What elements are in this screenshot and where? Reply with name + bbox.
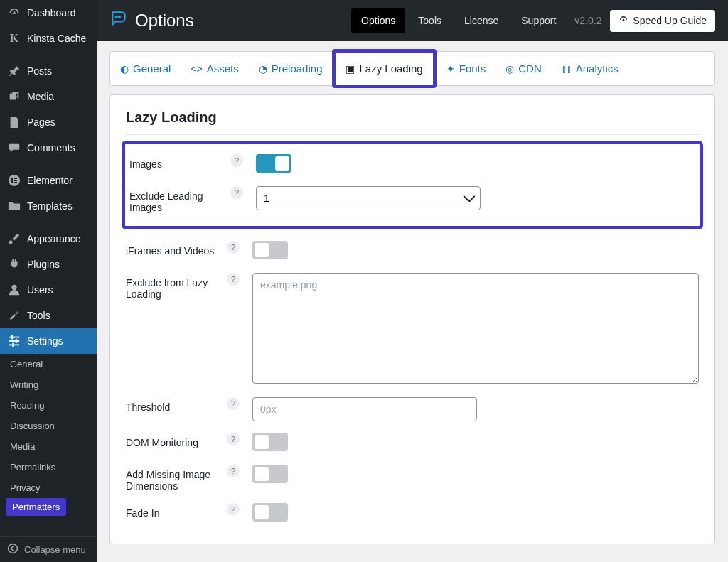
help-icon[interactable]: ? <box>230 186 243 199</box>
svg-point-0 <box>14 95 17 98</box>
tab-fonts[interactable]: ✦Fonts <box>437 52 496 85</box>
tab-label: Fonts <box>459 63 486 75</box>
sidebar-sub-perfmatters[interactable]: Perfmatters <box>6 498 66 516</box>
sidebar-item-settings[interactable]: Settings <box>0 328 97 354</box>
tab-analytics[interactable]: ⫿⫿Analytics <box>552 52 628 85</box>
tab-cdn[interactable]: ◎CDN <box>496 52 552 85</box>
tab-label: Preloading <box>272 63 323 75</box>
sidebar-item-pages[interactable]: Pages <box>0 109 97 135</box>
plugin-topnav: Options Tools License Support v2.0.2 Spe… <box>351 8 715 33</box>
svg-rect-8 <box>9 340 19 342</box>
sidebar-item-label: Templates <box>27 200 73 212</box>
sidebar-item-label: Media <box>27 91 54 102</box>
panel-title: Lazy Loading <box>126 109 699 126</box>
svg-rect-2 <box>11 178 13 183</box>
help-icon[interactable]: ? <box>227 503 240 516</box>
sidebar-item-label: Plugins <box>27 259 60 270</box>
row-label-iframes: iFrames and Videos <box>126 241 225 256</box>
sidebar-item-plugins[interactable]: Plugins <box>0 252 97 277</box>
sidebar-sub-permalinks[interactable]: Permalinks <box>0 457 97 477</box>
topnav-tools[interactable]: Tools <box>408 8 451 33</box>
help-icon[interactable]: ? <box>227 397 240 410</box>
plugin-topbar: Options Options Tools License Support v2… <box>97 0 728 41</box>
speed-up-guide-button[interactable]: Speed Up Guide <box>610 10 715 32</box>
sidebar-sub-discussion[interactable]: Discussion <box>0 416 97 436</box>
sidebar-item-kinsta[interactable]: K Kinsta Cache <box>0 26 97 51</box>
toggle-dom-monitoring[interactable] <box>252 433 288 451</box>
svg-rect-4 <box>14 180 17 181</box>
tab-lazy-loading[interactable]: ▣Lazy Loading <box>332 49 436 88</box>
row-label-exclude-from: Exclude from Lazy Loading <box>126 273 225 300</box>
clock-icon: ◔ <box>259 63 267 75</box>
row-label-dom-monitoring: DOM Monitoring <box>126 433 225 448</box>
svg-point-15 <box>119 16 120 18</box>
exclude-leading-select[interactable]: 1 <box>256 186 481 210</box>
svg-rect-12 <box>12 343 14 347</box>
sidebar-item-dashboard[interactable]: Dashboard <box>0 0 97 26</box>
sidebar-item-label: Tools <box>27 310 50 321</box>
tab-label: CDN <box>518 63 542 75</box>
collapse-menu[interactable]: Collapse menu <box>0 536 97 562</box>
tab-general[interactable]: ◐General <box>110 52 181 85</box>
toggle-iframes[interactable] <box>252 241 288 259</box>
sidebar-item-appearance[interactable]: Appearance <box>0 226 97 252</box>
sidebar-item-tools[interactable]: Tools <box>0 303 97 328</box>
tab-label: Analytics <box>576 63 619 75</box>
speed-up-guide-label: Speed Up Guide <box>633 15 707 26</box>
svg-rect-11 <box>16 339 18 342</box>
brand-title: Options <box>135 11 194 31</box>
toggle-images[interactable] <box>256 154 291 173</box>
sidebar-sub-general[interactable]: General <box>0 354 97 374</box>
help-icon[interactable]: ? <box>227 465 240 477</box>
toggle-add-missing-dimensions[interactable] <box>252 465 288 483</box>
plug-icon <box>7 257 21 271</box>
help-icon[interactable]: ? <box>230 154 243 167</box>
help-icon[interactable]: ? <box>227 433 240 445</box>
tab-label: General <box>133 63 171 75</box>
threshold-input[interactable] <box>252 397 477 421</box>
plugin-brand: Options <box>109 9 194 32</box>
elementor-icon <box>7 173 21 188</box>
row-label-fade-in: Fade In <box>126 503 225 519</box>
gauge-icon <box>619 15 628 27</box>
svg-point-14 <box>116 16 117 18</box>
topnav-license[interactable]: License <box>454 8 508 33</box>
gauge-icon <box>7 6 21 20</box>
sidebar-item-media[interactable]: Media <box>0 84 97 109</box>
pin-icon <box>7 64 21 78</box>
toggle-fade-in[interactable] <box>252 503 288 522</box>
tab-preloading[interactable]: ◔Preloading <box>249 52 333 85</box>
topnav-options[interactable]: Options <box>351 8 405 33</box>
sidebar-sub-media[interactable]: Media <box>0 436 97 457</box>
help-icon[interactable]: ? <box>227 273 240 286</box>
row-label-exclude-leading: Exclude Leading Images <box>129 186 229 213</box>
tab-assets[interactable]: <>Assets <box>181 52 248 85</box>
page-icon <box>7 115 21 129</box>
code-icon: <> <box>191 63 202 75</box>
lazy-loading-panel: Lazy Loading Images ? Exclude Leading Im… <box>109 94 715 544</box>
sidebar-item-posts[interactable]: Posts <box>0 58 97 84</box>
sidebar-sub-privacy[interactable]: Privacy <box>0 477 97 498</box>
help-icon[interactable]: ? <box>227 241 240 254</box>
row-label-add-missing: Add Missing Image Dimensions <box>126 465 225 492</box>
sidebar-item-label: Settings <box>27 335 63 347</box>
gauge-icon: ◐ <box>120 63 129 75</box>
sidebar-item-elementor[interactable]: Elementor <box>0 168 97 193</box>
svg-rect-5 <box>14 182 17 183</box>
topnav-support[interactable]: Support <box>511 8 566 33</box>
sidebar-item-users[interactable]: Users <box>0 277 97 303</box>
brand-icon <box>109 9 128 32</box>
sidebar-item-comments[interactable]: Comments <box>0 135 97 161</box>
image-icon: ▣ <box>346 63 355 75</box>
sidebar-sub-writing[interactable]: Writing <box>0 374 97 395</box>
exclude-from-textarea[interactable] <box>252 273 699 384</box>
plugin-version: v2.0.2 <box>569 15 607 26</box>
sidebar-item-templates[interactable]: Templates <box>0 193 97 219</box>
row-label-images: Images <box>129 154 229 170</box>
tab-label: Assets <box>207 63 239 75</box>
sidebar-sub-reading[interactable]: Reading <box>0 395 97 416</box>
svg-rect-3 <box>14 178 17 179</box>
collapse-label: Collapse menu <box>24 544 86 555</box>
folder-icon <box>7 199 21 213</box>
sliders-icon <box>7 334 21 348</box>
